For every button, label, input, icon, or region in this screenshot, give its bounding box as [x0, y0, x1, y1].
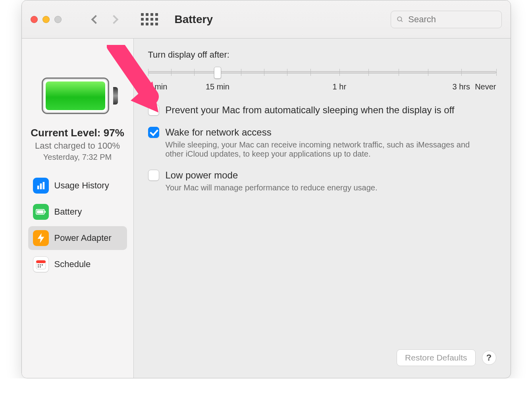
svg-rect-12 [42, 264, 43, 266]
restore-defaults-button[interactable]: Restore Defaults [397, 349, 475, 366]
back-button[interactable] [91, 15, 100, 24]
slider-label: 1 min [148, 82, 168, 91]
slider-label: Never [475, 82, 496, 91]
slider-label: 15 min [206, 82, 229, 91]
slider-tick [428, 69, 428, 76]
svg-rect-13 [38, 266, 39, 267]
battery-icon [33, 204, 49, 220]
sidebar-item-battery[interactable]: Battery [28, 200, 127, 224]
sidebar-item-label: Schedule [54, 259, 91, 269]
option-description: While sleeping, your Mac can receive inc… [166, 140, 475, 159]
minimize-window-button[interactable] [42, 16, 50, 23]
sidebar-item-power-adapter[interactable]: Power Adapter [28, 226, 127, 250]
svg-rect-7 [44, 211, 46, 213]
svg-rect-2 [37, 186, 39, 189]
sidebar-item-label: Usage History [54, 180, 109, 191]
svg-rect-10 [38, 264, 39, 266]
sidebar-item-label: Battery [54, 207, 82, 217]
slider-tick [399, 69, 399, 76]
battery-large-icon [42, 78, 113, 114]
svg-point-0 [397, 17, 401, 21]
calendar-icon [33, 256, 49, 272]
help-button[interactable]: ? [482, 351, 496, 365]
close-window-button[interactable] [31, 16, 38, 23]
options-list: Prevent your Mac from automatically slee… [148, 105, 496, 192]
option-title: Prevent your Mac from automatically slee… [166, 105, 455, 116]
content-footer: Restore Defaults ? [148, 341, 496, 366]
svg-rect-3 [40, 184, 42, 190]
slider-thumb[interactable] [214, 67, 221, 79]
option-description: Your Mac will manage performance to redu… [166, 183, 378, 192]
sidebar: Current Level: 97% Last charged to 100% … [22, 39, 134, 378]
titlebar: Battery [22, 0, 511, 39]
search-field[interactable] [391, 11, 502, 28]
slider-track [148, 71, 496, 74]
current-level-label: Current Level: 97% [28, 127, 127, 139]
slider-tick [171, 69, 172, 76]
slider-tick [461, 69, 462, 76]
slider-label: 1 hr [333, 82, 346, 91]
content-pane: Turn display off after: 1 min15 min1 hr3… [134, 39, 511, 378]
slider-tick [287, 69, 287, 76]
slider-title: Turn display off after: [148, 50, 496, 60]
window-title: Battery [175, 13, 213, 26]
sidebar-item-schedule[interactable]: Schedule [28, 252, 127, 276]
search-input[interactable] [407, 14, 495, 25]
forward-button[interactable] [109, 15, 118, 24]
svg-rect-9 [36, 260, 46, 263]
slider-label: 3 hrs [453, 82, 470, 91]
wake-network-checkbox[interactable] [148, 127, 159, 138]
option-row-wake-network: Wake for network accessWhile sleeping, y… [148, 127, 496, 159]
nav-buttons [93, 16, 117, 23]
option-title: Wake for network access [166, 127, 475, 138]
last-charged-label: Last charged to 100% [28, 141, 127, 151]
svg-rect-14 [40, 266, 41, 267]
slider-tick [339, 69, 340, 76]
sidebar-item-label: Power Adapter [54, 233, 112, 243]
slider-tick [148, 69, 148, 76]
search-icon [397, 16, 404, 23]
svg-rect-11 [40, 264, 41, 266]
bar-chart-icon [33, 178, 49, 194]
system-preferences-window: Battery Current Level: 97% Last charged … [21, 0, 511, 378]
prevent-sleep-checkbox[interactable] [148, 105, 159, 116]
slider-tick [496, 69, 497, 76]
svg-line-1 [401, 20, 403, 22]
option-row-prevent-sleep: Prevent your Mac from automatically slee… [148, 105, 496, 116]
slider-tick-labels: 1 min15 min1 hr3 hrsNever [148, 82, 496, 92]
option-row-low-power: Low power modeYour Mac will manage perfo… [148, 170, 496, 192]
last-charged-time: Yesterday, 7:32 PM [28, 153, 127, 162]
option-title: Low power mode [166, 170, 378, 181]
slider-tick [310, 69, 311, 76]
show-all-prefs-button[interactable] [141, 13, 158, 25]
slider-tick [368, 69, 369, 76]
slider-tick [194, 69, 195, 76]
svg-rect-4 [42, 182, 44, 189]
bolt-icon [33, 230, 49, 246]
zoom-window-button[interactable] [54, 16, 62, 23]
slider-tick [241, 69, 241, 76]
display-off-slider[interactable] [148, 66, 496, 79]
sidebar-nav: Usage History Battery Power Adapter [28, 174, 127, 276]
window-controls [31, 16, 62, 23]
slider-tick [264, 69, 264, 76]
low-power-checkbox[interactable] [148, 170, 159, 181]
svg-rect-6 [37, 210, 43, 213]
sidebar-item-usage-history[interactable]: Usage History [28, 174, 127, 198]
